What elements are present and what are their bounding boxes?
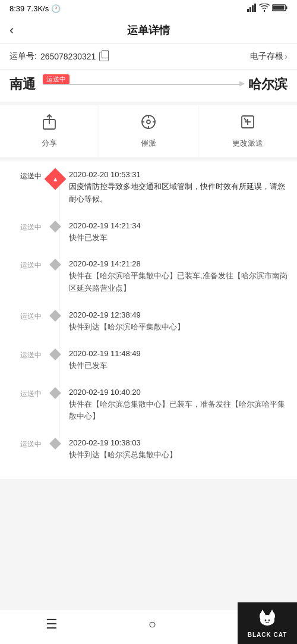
timeline-dot: [48, 349, 63, 359]
reminder-icon: [140, 114, 157, 134]
timeline-item: 运送中2020-02-19 10:38:03快件到达【哈尔滨总集散中心】: [0, 429, 297, 467]
urge-button[interactable]: 催派: [99, 105, 198, 157]
timeline: 运送中2020-02-20 10:53:31因疫情防控导致多地交通和区域管制，快…: [0, 161, 297, 479]
status-speed: 7.3K/s: [27, 4, 49, 13]
home-button[interactable]: ○: [148, 617, 156, 632]
status-bar: 8:39 7.3K/s 🕐: [0, 0, 297, 17]
timeline-dot: [48, 170, 63, 187]
timeline-content: 2020-02-19 14:21:28快件在【哈尔滨哈平集散中心】已装车,准备发…: [63, 259, 287, 301]
timeline-status: 运送中: [10, 388, 48, 399]
timeline-datetime: 2020-02-19 14:21:34: [69, 221, 287, 230]
timeline-text: 快件已发车: [69, 360, 287, 372]
timeline-text: 快件在【哈尔滨哈平集散中心】已装车,准备发往【哈尔滨市南岗区延兴路营业点】: [69, 270, 287, 295]
order-number-value: 265078230321: [40, 52, 96, 61]
timeline-text: 快件在【哈尔滨总集散中心】已装车，准备发往【哈尔滨哈平集散中心】: [69, 398, 287, 423]
svg-rect-6: [273, 6, 285, 10]
svg-point-17: [268, 620, 270, 621]
svg-marker-15: [270, 610, 274, 613]
timeline-datetime: 2020-02-19 12:38:49: [69, 310, 287, 319]
timeline-content: 2020-02-19 10:40:20快件在【哈尔滨总集散中心】已装车，准备发往…: [63, 388, 287, 429]
timeline-status: 运送中: [10, 438, 48, 450]
svg-rect-2: [252, 5, 254, 12]
share-icon: [41, 114, 58, 134]
change-delivery-button[interactable]: 更改派送: [198, 105, 297, 157]
wifi-icon: [259, 4, 270, 14]
svg-point-12: [260, 612, 266, 620]
timeline-item: 运送中2020-02-19 14:21:34快件已发车: [0, 212, 297, 250]
timeline-datetime: 2020-02-19 11:48:49: [69, 349, 287, 358]
timeline-content: 2020-02-19 14:21:34快件已发车: [63, 221, 287, 250]
change-delivery-icon: [239, 114, 256, 134]
route-info: 南通 运送中 哈尔滨: [0, 70, 297, 105]
timeline-text: 因疫情防控导致多地交通和区域管制，快件时效有所延误，请您耐心等候。: [69, 181, 287, 206]
timeline-item: 运送中2020-02-19 14:21:28快件在【哈尔滨哈平集散中心】已装车,…: [0, 250, 297, 301]
timeline-dot: [48, 221, 63, 231]
timeline-status: 运送中: [10, 310, 48, 322]
action-buttons-bar: 分享 催派 更改派送: [0, 105, 297, 161]
black-cat-icon: [257, 608, 278, 630]
urge-label: 催派: [141, 138, 156, 149]
copy-button[interactable]: [99, 52, 109, 61]
timeline-item: 运送中2020-02-19 11:48:49快件已发车: [0, 340, 297, 378]
header: ‹ 运单详情: [0, 17, 297, 44]
signal-icon: [247, 4, 257, 14]
svg-point-16: [265, 620, 267, 621]
black-cat-watermark: BLACK CAT: [238, 602, 297, 644]
route-to-city: 哈尔滨: [248, 76, 287, 93]
timeline-content: 2020-02-19 10:38:03快件到达【哈尔滨总集散中心】: [63, 438, 287, 467]
svg-rect-3: [254, 4, 256, 12]
timeline-datetime: 2020-02-19 10:40:20: [69, 388, 287, 397]
e-receipt-label: 电子存根: [250, 51, 283, 62]
timeline-content: 2020-02-19 12:38:49快件到达【哈尔滨哈平集散中心】: [63, 310, 287, 340]
order-number-label: 运单号:: [10, 51, 37, 62]
timeline-status: 运送中: [10, 259, 48, 271]
share-button[interactable]: 分享: [0, 105, 99, 157]
timeline-dot: [48, 310, 63, 320]
e-receipt-arrow-icon: ›: [285, 51, 287, 62]
svg-rect-0: [247, 9, 249, 12]
status-time: 8:39: [10, 4, 24, 13]
timeline-dot: [48, 259, 63, 269]
timeline-item: 运送中2020-02-20 10:53:31因疫情防控导致多地交通和区域管制，快…: [0, 161, 297, 212]
timeline-item: 运送中2020-02-19 10:40:20快件在【哈尔滨总集散中心】已装车，准…: [0, 378, 297, 429]
order-info-bar: 运单号: 265078230321 电子存根 ›: [0, 44, 297, 70]
route-arrow: [43, 84, 241, 85]
svg-rect-1: [249, 7, 251, 12]
timeline-text: 快件到达【哈尔滨总集散中心】: [69, 449, 287, 461]
black-cat-label: BLACK CAT: [248, 632, 287, 638]
timeline-status: 运送中: [10, 221, 48, 233]
timeline-text: 快件已发车: [69, 232, 287, 244]
timeline-datetime: 2020-02-19 14:21:28: [69, 259, 287, 268]
timeline-text: 快件到达【哈尔滨哈平集散中心】: [69, 321, 287, 334]
status-clock-icon: 🕐: [51, 4, 61, 13]
timeline-item: 运送中2020-02-19 12:38:49快件到达【哈尔滨哈平集散中心】: [0, 301, 297, 340]
change-delivery-label: 更改派送: [232, 138, 263, 149]
timeline-content: 2020-02-20 10:53:31因疫情防控导致多地交通和区域管制，快件时效…: [63, 170, 287, 212]
route-from-city: 南通: [10, 76, 36, 93]
timeline-status: 运送中: [10, 170, 48, 181]
route-status-badge: 运送中: [43, 74, 69, 84]
e-receipt-button[interactable]: 电子存根 ›: [250, 51, 287, 62]
timeline-content: 2020-02-19 11:48:49快件已发车: [63, 349, 287, 378]
svg-marker-14: [261, 610, 264, 613]
timeline-datetime: 2020-02-20 10:53:31: [69, 170, 287, 179]
menu-button[interactable]: ☰: [46, 617, 58, 632]
page-title: 运单详情: [127, 23, 170, 37]
back-button[interactable]: ‹: [10, 23, 14, 38]
share-label: 分享: [42, 138, 57, 149]
timeline-datetime: 2020-02-19 10:38:03: [69, 438, 287, 447]
svg-rect-5: [286, 7, 287, 10]
svg-point-13: [269, 612, 275, 620]
timeline-dot: [48, 438, 63, 448]
timeline-status: 运送中: [10, 349, 48, 360]
timeline-dot: [48, 388, 63, 397]
order-number-section: 运单号: 265078230321: [10, 51, 109, 62]
svg-point-9: [147, 120, 150, 124]
battery-icon: [272, 4, 287, 14]
